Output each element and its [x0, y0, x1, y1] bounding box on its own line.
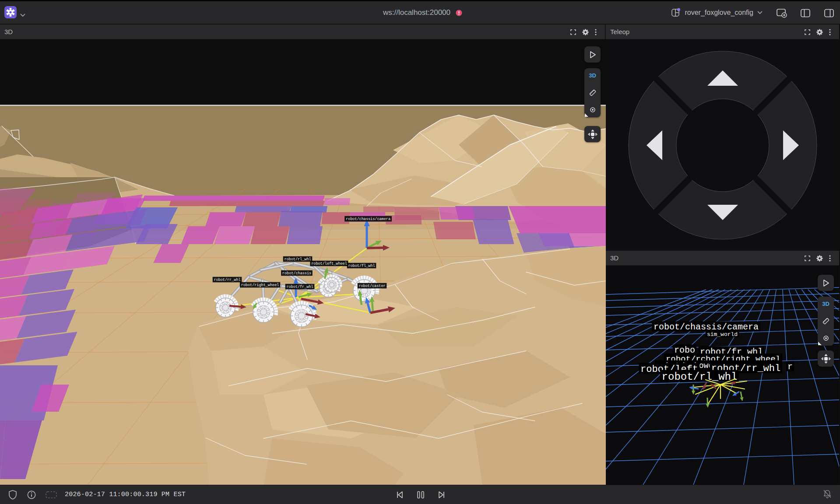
svg-text:robot/right_wheel: robot/right_wheel — [241, 283, 279, 287]
svg-text:r: r — [787, 362, 793, 372]
svg-text:robot/rr_whl: robot/rr_whl — [214, 278, 240, 282]
svg-text:robot/rl_whl: robot/rl_whl — [284, 257, 311, 262]
svg-text:robot/rl_whl: robot/rl_whl — [662, 371, 738, 383]
svg-text:robot/chassis/camera: robot/chassis/camera — [346, 217, 390, 221]
svg-text:robot/fr_whl: robot/fr_whl — [286, 285, 313, 289]
svg-text:robot/caster: robot/caster — [358, 284, 385, 288]
svg-text:sim_world: sim_world — [707, 331, 738, 338]
svg-text:robot/chassis: robot/chassis — [282, 271, 311, 276]
svg-text:robot/fl_whl: robot/fl_whl — [348, 264, 375, 268]
svg-text:robot/left_wheel: robot/left_wheel — [311, 262, 347, 266]
